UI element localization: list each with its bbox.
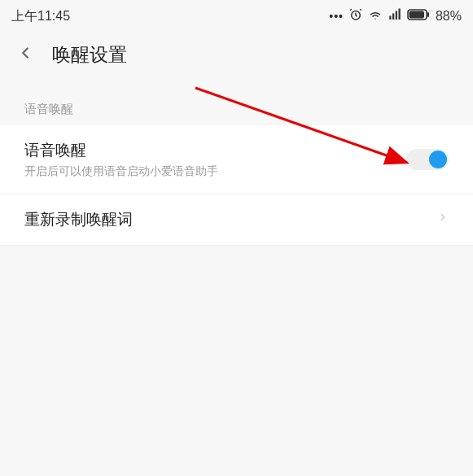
back-button[interactable]: [16, 44, 34, 67]
status-time: 上午11:45: [11, 8, 70, 25]
more-icon: •••: [329, 10, 344, 23]
toggle-knob: [429, 151, 447, 168]
page-header: 唤醒设置: [0, 29, 473, 87]
battery-percentage: 88%: [436, 9, 462, 24]
signal-icon: [388, 7, 402, 25]
chevron-right-icon: [437, 209, 449, 230]
svg-rect-7: [427, 12, 429, 17]
voice-wakeup-item[interactable]: 语音唤醒 开启后可以使用语音启动小爱语音助手: [0, 125, 473, 194]
svg-rect-6: [409, 11, 424, 19]
status-right: •••: [329, 7, 462, 25]
rerecord-title: 重新录制唤醒词: [24, 209, 133, 230]
section-header: 语音唤醒: [0, 87, 473, 125]
svg-rect-2: [392, 14, 394, 20]
voice-wakeup-title: 语音唤醒: [24, 140, 218, 161]
wifi-icon: [368, 7, 383, 25]
alarm-icon: [348, 7, 363, 25]
battery-icon: [407, 9, 430, 24]
page-title: 唤醒设置: [52, 42, 127, 68]
voice-wakeup-toggle[interactable]: [406, 149, 449, 170]
status-bar: 上午11:45 •••: [0, 0, 473, 29]
svg-rect-3: [396, 11, 397, 20]
svg-rect-4: [398, 9, 400, 20]
voice-wakeup-desc: 开启后可以使用语音启动小爱语音助手: [24, 164, 218, 179]
rerecord-item[interactable]: 重新录制唤醒词: [0, 194, 473, 246]
content-area: 语音唤醒 语音唤醒 开启后可以使用语音启动小爱语音助手 重新录制唤醒词: [0, 87, 473, 476]
voice-wakeup-text: 语音唤醒 开启后可以使用语音启动小爱语音助手: [24, 140, 218, 179]
svg-rect-1: [389, 16, 391, 20]
status-icons: •••: [329, 7, 430, 25]
